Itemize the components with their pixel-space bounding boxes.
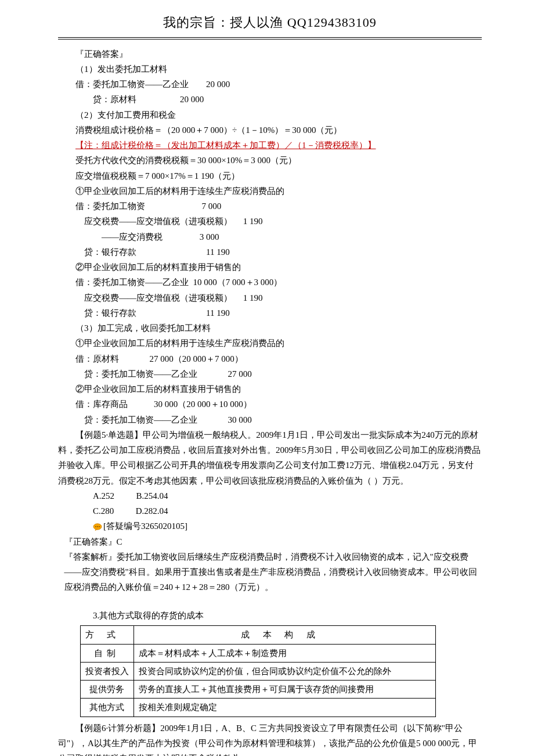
entry-line: 借：原材料 27 000（20 000＋7 000）: [58, 351, 482, 366]
case-1b-title: ②甲企业收回加工后的材料直接用于销售的: [58, 260, 482, 275]
entry-line: 贷：委托加工物资——乙企业 30 000: [58, 412, 482, 427]
col-method-header: 方式: [80, 626, 134, 644]
calc-vat: 应交增值税税额＝7 000×17%＝1 190（元）: [58, 168, 482, 183]
entry-line: 贷：银行存款 11 190: [58, 244, 482, 260]
table-row: 投资者投入 投资合同或协议约定的价值，但合同或协议约定价值不公允的除外: [80, 662, 435, 680]
entry-line: 借：委托加工物资——乙企业 10 000（7 000＋3 000）: [58, 275, 482, 290]
table-row: 其他方式 按相关准则规定确定: [80, 699, 435, 717]
question-5-text: 【例题5·单选题】甲公司为增值税一般纳税人。2009年1月1日，甲公司发出一批实…: [58, 427, 482, 488]
formula-note: 【注：组成计税价格＝（发出加工材料成本＋加工费）／（1－消费税税率）】: [58, 138, 482, 153]
answer-explanation: 『答案解析』委托加工物资收回后继续生产应税消费品时，消费税不计入收回物资的成本，…: [58, 549, 482, 595]
correct-answer-line: 『正确答案』C: [58, 534, 482, 549]
entry-credit: 贷：原材料 20 000: [58, 92, 482, 107]
cell-content: 成本＝材料成本＋人工成本＋制造费用: [134, 644, 435, 662]
calc-tax-price: 消费税组成计税价格＝（20 000＋7 000）÷（1－10%）＝30 000（…: [58, 123, 482, 138]
page-header-motto: 我的宗旨：授人以渔 QQ1294383109: [58, 12, 482, 34]
calc-consume-tax: 受托方代收代交的消费税税额＝30 000×10%＝3 000（元）: [58, 153, 482, 168]
option-d: D.282.04: [136, 506, 168, 516]
entry-line: 贷：银行存款 11 190: [58, 305, 482, 321]
step-3-title: （3）加工完成，收回委托加工材料: [58, 321, 482, 336]
cell-method: 提供劳务: [80, 681, 134, 699]
cost-composition-table: 方式 成本构成 自制 成本＝材料成本＋人工成本＋制造费用 投资者投入 投资合同或…: [80, 625, 436, 717]
answer-code: [答疑编号3265020105]: [103, 521, 187, 531]
chat-bubble-icon: [93, 523, 102, 531]
header-rule: [58, 37, 482, 39]
entry-debit: 借：委托加工物资——乙企业 20 000: [58, 77, 482, 92]
entry-line: 应交税费——应交增值税（进项税额） 1 190: [58, 290, 482, 305]
entry-line: 借：委托加工物资 7 000: [58, 199, 482, 214]
entry-line: 应交税费——应交增值税（进项税额） 1 190: [58, 214, 482, 229]
cell-content: 按相关准则规定确定: [134, 699, 435, 717]
table-header-row: 方式 成本构成: [80, 626, 435, 644]
entry-line: ——应交消费税 3 000: [58, 229, 482, 244]
entry-line: 贷：委托加工物资——乙企业 27 000: [58, 366, 482, 381]
cell-method: 投资者投入: [80, 662, 134, 680]
entry-line: 借：库存商品 30 000（20 000＋10 000）: [58, 397, 482, 412]
option-row-2: C.280 D.282.04: [58, 503, 482, 519]
section-3-title: 3.其他方式取得的存货的成本: [58, 608, 482, 623]
case-3a-title: ①甲企业收回加工后的材料用于连续生产应税消费品的: [58, 336, 482, 351]
svg-point-3: [99, 526, 100, 527]
question-6-p1: 【例题6·计算分析题】2009年1月1日，A、B、C 三方共同投资设立了甲有限责…: [58, 721, 482, 757]
cell-content: 劳务的直接人工＋其他直接费用＋可归属于该存货的间接费用: [134, 681, 435, 699]
svg-point-2: [97, 526, 98, 527]
answer-code-row: [答疑编号3265020105]: [58, 519, 482, 534]
answer-label: 『正确答案』: [58, 46, 482, 62]
svg-point-1: [95, 526, 96, 527]
case-3b-title: ②甲企业收回加工后的材料直接用于销售的: [58, 381, 482, 397]
step-2-title: （2）支付加工费用和税金: [58, 107, 482, 123]
col-content-header: 成本构成: [134, 626, 435, 644]
table-row: 提供劳务 劳务的直接人工＋其他直接费用＋可归属于该存货的间接费用: [80, 681, 435, 699]
option-c: C.280: [93, 506, 114, 516]
spacer: [58, 595, 482, 609]
step-1-title: （1）发出委托加工材料: [58, 62, 482, 77]
option-row-1: A.252 B.254.04: [58, 488, 482, 503]
option-a: A.252: [93, 491, 114, 501]
cell-method: 其他方式: [80, 699, 134, 717]
cell-content: 投资合同或协议约定的价值，但合同或协议约定价值不公允的除外: [134, 662, 435, 680]
option-b: B.254.04: [136, 491, 168, 501]
case-1a-title: ①甲企业收回加工后的材料用于连续生产应税消费品的: [58, 183, 482, 199]
cell-method: 自制: [80, 644, 134, 662]
table-row: 自制 成本＝材料成本＋人工成本＋制造费用: [80, 644, 435, 662]
